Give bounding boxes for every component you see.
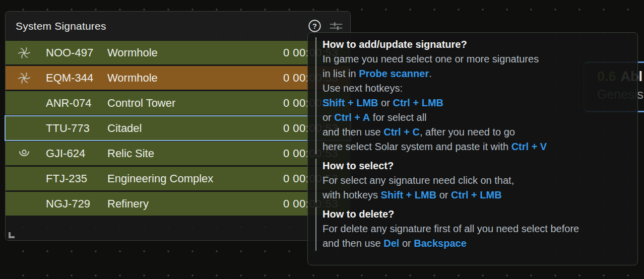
- signature-row[interactable]: NOO-497Wormhole0 00:00:53: [6, 41, 350, 64]
- signature-id: NOO-497: [33, 46, 107, 59]
- signature-id: ANR-074: [33, 97, 107, 110]
- tooltip-text: and then use: [323, 238, 383, 249]
- wormhole-site-icon: [16, 46, 33, 59]
- tooltip-section-heading: How to select?: [323, 159, 628, 173]
- panel-header: System Signatures ?: [6, 12, 350, 40]
- tooltip-section: How to select?For select any signature n…: [315, 159, 628, 202]
- help-icon[interactable]: ?: [307, 19, 322, 34]
- signature-row[interactable]: GJI-624Relic Site0 00:00:53: [6, 142, 350, 165]
- signature-type: Refinery: [107, 197, 283, 211]
- signature-row[interactable]: FTJ-235Engineering Complex0 00:00:53: [6, 167, 350, 190]
- relic-site-icon: [16, 147, 33, 160]
- hotkey-label: Del: [383, 238, 399, 249]
- resize-handle-icon[interactable]: [9, 232, 15, 238]
- signature-type: Relic Site: [107, 147, 283, 160]
- signature-row[interactable]: NGJ-729Refinery0 00:00:53: [6, 192, 350, 216]
- panel-title: System Signatures: [16, 20, 307, 32]
- signature-type: Engineering Complex: [107, 172, 283, 185]
- signature-row[interactable]: ANR-074Control Tower0 00:00:53: [6, 91, 350, 115]
- tooltip-text: Use next hotkeys:: [323, 83, 403, 94]
- tooltip-text: here select Solar system and paste it wi…: [323, 141, 511, 152]
- tooltip-line: or Ctrl + A for select all: [323, 110, 628, 125]
- hotkey-label: Ctrl + LMB: [393, 97, 443, 108]
- signature-id: FTJ-235: [33, 172, 107, 185]
- tooltip-line: and then use Del or Backspace: [323, 236, 628, 251]
- tooltip-text: or: [399, 238, 414, 249]
- signature-id: NGJ-729: [33, 197, 107, 211]
- tooltip-line: In game you need select one or more sign…: [323, 52, 628, 66]
- hotkey-label: Probe scanner: [359, 68, 429, 79]
- tooltip-text: for select all: [370, 112, 426, 123]
- hotkey-label: Shift + LMB: [381, 189, 437, 200]
- signature-row[interactable]: TTU-773Citadel0 00:00:53: [6, 116, 350, 140]
- hotkey-label: Backspace: [414, 238, 467, 249]
- signature-table: NOO-497Wormhole0 00:00:53 EQM-344Wormhol…: [6, 41, 350, 217]
- tooltip-section: How to delete?For delete any signature f…: [315, 207, 628, 251]
- tooltip-section-heading: How to delete?: [323, 207, 628, 222]
- hotkey-label: Ctrl + LMB: [451, 189, 502, 200]
- help-tooltip: How to add/update signature?In game you …: [307, 32, 638, 265]
- system-signatures-panel: System Signatures ?: [5, 11, 351, 241]
- tooltip-line: with hotkeys Shift + LMB or Ctrl + LMB: [323, 188, 628, 202]
- tooltip-line: and then use Ctrl + C, after you need to…: [323, 125, 628, 140]
- tooltip-text: In game you need select one or more sign…: [323, 53, 539, 64]
- tooltip-text: and then use: [323, 126, 383, 137]
- signature-type: Citadel: [107, 122, 283, 135]
- tooltip-text: For delete any signature first of all yo…: [323, 223, 579, 234]
- tooltip-text: .: [429, 68, 432, 79]
- tooltip-line: For select any signature need click on t…: [323, 173, 628, 188]
- tooltip-line: in list in Probe scanner.: [323, 66, 628, 81]
- hotkey-label: Ctrl + V: [511, 141, 547, 152]
- tooltip-line: For delete any signature first of all yo…: [323, 222, 628, 236]
- tooltip-line: Shift + LMB or Ctrl + LMB: [323, 96, 628, 110]
- signature-id: TTU-773: [33, 122, 107, 135]
- svg-text:?: ?: [312, 22, 317, 30]
- signature-type: Wormhole: [107, 46, 283, 59]
- tooltip-text: with hotkeys: [323, 189, 381, 200]
- tooltip-text: or: [436, 189, 451, 200]
- sliders-icon[interactable]: [329, 19, 344, 34]
- tooltip-section: How to add/update signature?In game you …: [315, 37, 628, 154]
- signature-type: Wormhole: [107, 72, 283, 85]
- tooltip-text: For select any signature need click on t…: [323, 175, 514, 186]
- signature-id: GJI-624: [33, 147, 107, 160]
- tooltip-text: or: [378, 97, 393, 108]
- tooltip-section-heading: How to add/update signature?: [323, 37, 628, 52]
- wormhole-site-icon: [16, 72, 33, 85]
- tooltip-text: or: [323, 112, 334, 123]
- tooltip-line: Use next hotkeys:: [323, 81, 628, 96]
- tooltip-text: , after you need to go: [420, 126, 515, 137]
- signature-id: EQM-344: [33, 72, 107, 85]
- hotkey-label: Ctrl + C: [383, 126, 420, 137]
- tooltip-line: here select Solar system and paste it wi…: [323, 140, 628, 154]
- tooltip-text: in list in: [323, 68, 359, 79]
- panel-header-icons: ?: [307, 19, 344, 34]
- signature-row[interactable]: EQM-344Wormhole0 00:00:53: [6, 66, 350, 90]
- signature-type: Control Tower: [107, 97, 283, 110]
- hotkey-label: Shift + LMB: [323, 97, 378, 108]
- hotkey-label: Ctrl + A: [334, 112, 370, 123]
